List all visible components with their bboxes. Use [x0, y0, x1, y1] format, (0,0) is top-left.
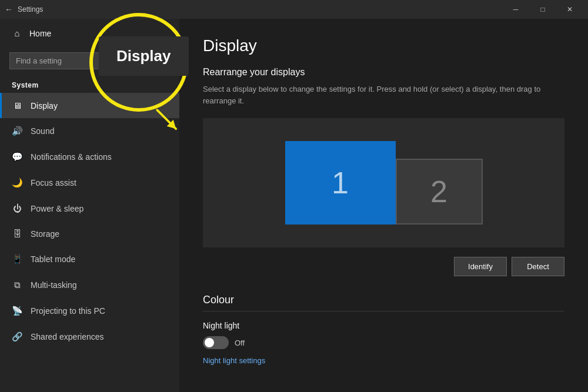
sidebar-item-power[interactable]: ⏻ Power & sleep	[0, 196, 179, 221]
sidebar-item-label: Shared experiences	[31, 332, 104, 341]
sidebar-item-tablet[interactable]: 📱 Tablet mode	[0, 246, 179, 272]
main-content: Display Rearrange your displays Select a…	[179, 19, 588, 392]
sidebar-item-label: Sound	[31, 126, 54, 136]
sidebar-item-label: Notifications & actions	[31, 152, 112, 162]
night-light-row: Night light	[203, 321, 564, 330]
multitasking-icon: ⧉	[12, 280, 22, 290]
home-icon: ⌂	[12, 28, 22, 38]
back-button[interactable]: ←	[5, 5, 13, 14]
sidebar-item-label: Projecting to this PC	[31, 306, 105, 316]
titlebar-left: ← Settings	[5, 5, 43, 14]
sidebar-item-label: Tablet mode	[31, 254, 75, 264]
close-button[interactable]: ✕	[556, 0, 583, 19]
sidebar-item-label: Storage	[31, 229, 59, 239]
sidebar-home[interactable]: ⌂ Home	[0, 19, 179, 48]
sidebar-item-label: Display	[31, 101, 58, 110]
notifications-icon: 💬	[12, 152, 22, 162]
sidebar-item-label: Multi-tasking	[31, 280, 77, 290]
sidebar-item-multitasking[interactable]: ⧉ Multi-tasking	[0, 272, 179, 298]
sidebar-item-sound[interactable]: 🔊 Sound	[0, 118, 179, 144]
window-controls: ─ □ ✕	[502, 0, 583, 19]
minimize-button[interactable]: ─	[502, 0, 529, 19]
monitor-2-label: 2	[430, 174, 447, 209]
monitor-area: 1 2	[203, 118, 564, 247]
app-container: ⌂ Home System 🖥 Display 🔊 Sound 💬 Notifi…	[0, 19, 588, 392]
night-light-settings-link[interactable]: Night light settings	[203, 356, 265, 365]
app-title: Settings	[18, 5, 43, 14]
power-icon: ⏻	[12, 203, 22, 213]
restore-button[interactable]: □	[529, 0, 556, 19]
sidebar-item-display[interactable]: 🖥 Display	[0, 93, 179, 118]
storage-icon: 🗄	[12, 229, 22, 239]
sidebar-item-notifications[interactable]: 💬 Notifications & actions	[0, 144, 179, 170]
monitor-container: 1 2	[285, 141, 483, 225]
sidebar: ⌂ Home System 🖥 Display 🔊 Sound 💬 Notifi…	[0, 19, 179, 392]
display-icon: 🖥	[12, 100, 22, 110]
sidebar-item-shared[interactable]: 🔗 Shared experiences	[0, 324, 179, 350]
home-label: Home	[29, 29, 51, 38]
sidebar-item-focus[interactable]: 🌙 Focus assist	[0, 170, 179, 196]
night-light-toggle[interactable]	[203, 336, 229, 349]
rearrange-title: Rearrange your displays	[203, 67, 564, 78]
sound-icon: 🔊	[12, 126, 22, 136]
monitor-1[interactable]: 1	[285, 141, 396, 225]
projecting-icon: 📡	[12, 306, 22, 316]
section-title: System	[0, 76, 179, 93]
toggle-row: Off	[203, 336, 564, 349]
colour-section-title: Colour	[203, 294, 564, 311]
sidebar-item-label: Focus assist	[31, 178, 76, 187]
page-title: Display	[203, 36, 564, 55]
titlebar: ← Settings ─ □ ✕	[0, 0, 588, 19]
sidebar-item-label: Power & sleep	[31, 204, 83, 213]
monitor-btn-row: Identify Detect	[203, 257, 564, 276]
sidebar-item-projecting[interactable]: 📡 Projecting to this PC	[0, 298, 179, 324]
search-input[interactable]	[9, 52, 170, 69]
tablet-icon: 📱	[12, 254, 22, 264]
monitor-2[interactable]: 2	[396, 159, 483, 225]
sidebar-item-storage[interactable]: 🗄 Storage	[0, 221, 179, 246]
sidebar-search-container	[0, 48, 179, 76]
toggle-thumb	[205, 338, 214, 347]
rearrange-desc: Select a display below to change the set…	[203, 83, 564, 106]
night-light-label: Night light	[203, 321, 239, 330]
night-light-status: Off	[235, 339, 245, 347]
identify-button[interactable]: Identify	[454, 257, 507, 276]
shared-icon: 🔗	[12, 331, 22, 342]
focus-icon: 🌙	[12, 177, 22, 188]
detect-button[interactable]: Detect	[512, 257, 564, 276]
monitor-1-label: 1	[332, 165, 349, 200]
